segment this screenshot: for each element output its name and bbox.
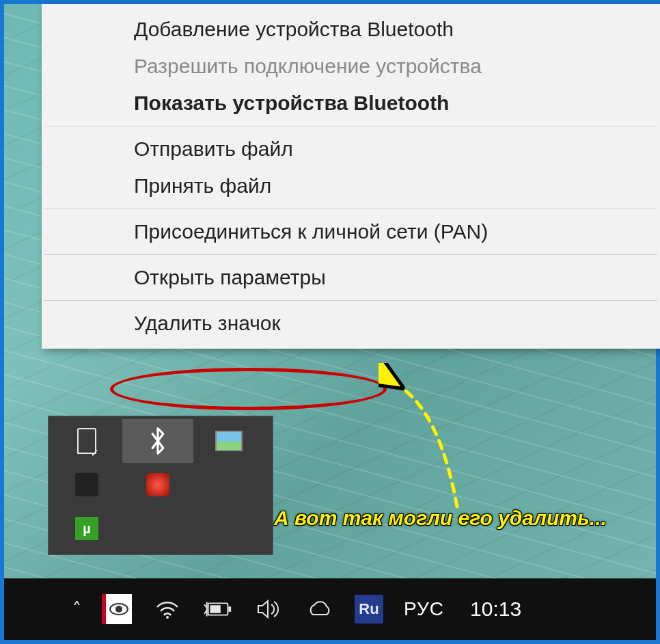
utorrent-icon[interactable]: µ [51,507,122,550]
onedrive-icon[interactable] [304,594,334,624]
bluetooth-icon[interactable] [122,419,193,463]
usb-eject-icon[interactable] [51,419,122,463]
menu-separator [44,254,657,255]
volume-icon[interactable] [253,594,284,624]
language-indicator[interactable]: РУС [404,598,444,620]
menu-item-receive-file[interactable]: Принять файл [42,167,660,204]
ru-app-icon[interactable]: Ru [355,595,383,623]
tray-chevron-icon[interactable]: ˄ [72,599,81,620]
svg-rect-6 [210,605,221,613]
wifi-icon[interactable] [152,594,182,624]
app-icon-2[interactable] [193,463,264,507]
menu-item-add-device[interactable]: Добавление устройства Bluetooth [42,11,660,48]
tray-overflow-popup: µ [48,416,273,555]
screenshot-frame: Добавление устройства Bluetooth Разрешит… [0,0,660,644]
menu-item-join-pan[interactable]: Присоединиться к личной сети (PAN) [42,213,660,250]
recorder-icon[interactable] [122,463,193,507]
taskbar: ˄ Ru РУС 10:13 [4,578,656,640]
svg-point-3 [166,616,169,619]
menu-item-open-settings[interactable]: Открыть параметры [42,259,660,296]
app-icon-1[interactable] [51,463,122,507]
menu-item-allow-connection: Разрешить подключение устройства [42,48,660,85]
app-taskbar-icon[interactable] [102,594,132,624]
battery-icon[interactable] [203,594,233,624]
bluetooth-context-menu: Добавление устройства Bluetooth Разрешит… [42,4,660,349]
menu-separator [44,126,657,126]
menu-separator [44,209,657,209]
pictures-icon[interactable] [193,419,264,463]
menu-separator [44,300,657,301]
highlight-ellipse [110,368,387,410]
menu-item-show-devices[interactable]: Показать устройства Bluetooth [42,85,660,122]
svg-rect-5 [228,606,231,612]
menu-item-remove-icon[interactable]: Удалить значок [42,305,660,342]
menu-item-send-file[interactable]: Отправить файл [42,131,660,167]
svg-point-2 [115,606,122,613]
taskbar-clock[interactable]: 10:13 [470,598,521,621]
annotation-text: А вот так могли его удалить... [274,507,607,530]
